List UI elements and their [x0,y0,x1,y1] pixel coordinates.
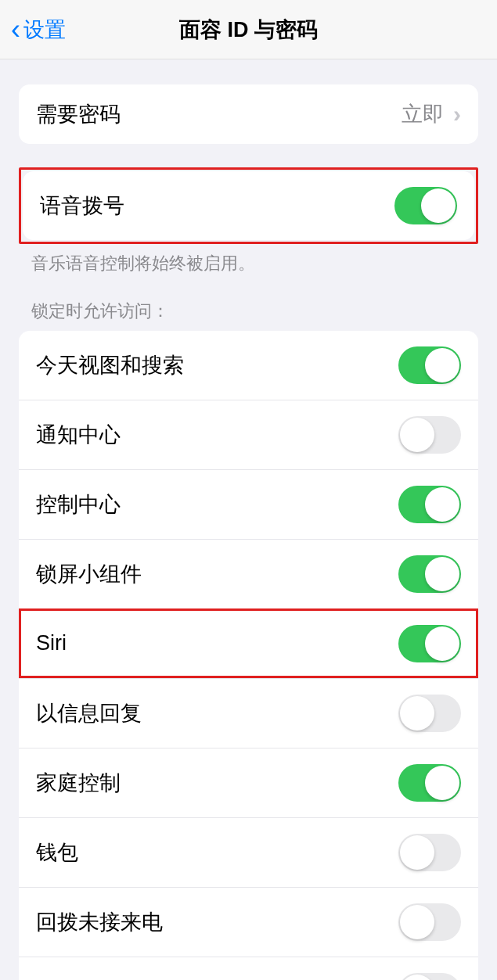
header-bar: ‹ 设置 面容 ID 与密码 [0,0,497,59]
lock-item-label: 通知中心 [36,421,121,449]
lock-item-return-missed-calls: 回拨未接来电 [19,887,478,957]
lock-section-header: 锁定时允许访问： [0,300,497,331]
require-passcode-row[interactable]: 需要密码 立即 › [19,84,478,144]
lock-item-label: 控制中心 [36,490,121,519]
lock-item-toggle-return-missed-calls[interactable] [398,903,461,941]
lock-item-toggle-lockscreen-widgets[interactable] [398,555,461,593]
lock-item-label: 回拨未接来电 [36,908,163,936]
toggle-knob [400,905,434,939]
toggle-knob [425,626,459,661]
lock-item-lockscreen-widgets: 锁屏小组件 [19,539,478,608]
lock-item-toggle-home-control[interactable] [398,764,461,802]
lock-item-label: 钱包 [36,838,78,867]
lock-item-home-control: 家庭控制 [19,748,478,817]
lock-item-toggle-usb-accessories[interactable] [398,973,461,980]
chevron-left-icon: ‹ [11,16,20,44]
lock-item-siri: Siri [19,608,478,678]
lock-item-toggle-siri[interactable] [398,625,461,662]
require-passcode-label: 需要密码 [36,100,121,128]
toggle-knob [400,418,434,452]
voice-dial-row: 语音拨号 [23,171,474,240]
toggle-knob [400,835,434,870]
require-passcode-value-wrap: 立即 › [402,100,461,128]
lock-item-notification-center: 通知中心 [19,400,478,469]
lock-item-control-center: 控制中心 [19,469,478,539]
lock-item-label: 以信息回复 [36,699,142,727]
lock-item-label: Siri [36,631,67,655]
toggle-knob [400,975,434,980]
lock-item-label: 锁屏小组件 [36,560,142,588]
page-title: 面容 ID 与密码 [179,16,318,44]
voice-dial-toggle[interactable] [394,187,457,224]
toggle-knob [425,348,459,382]
toggle-knob [425,487,459,522]
lock-item-label: 今天视图和搜索 [36,351,184,379]
toggle-knob [421,188,456,223]
lock-item-reply-with-message: 以信息回复 [19,678,478,748]
back-button[interactable]: ‹ 设置 [0,16,66,44]
lock-item-toggle-reply-with-message[interactable] [398,695,461,732]
toggle-knob [400,696,434,731]
lock-item-usb-accessories: USB配件 [19,957,478,980]
lock-item-toggle-control-center[interactable] [398,486,461,523]
lock-item-today: 今天视图和搜索 [19,331,478,400]
lock-item-toggle-wallet[interactable] [398,834,461,871]
lock-item-wallet: 钱包 [19,817,478,887]
lock-item-label: 家庭控制 [36,769,121,797]
voice-dial-label: 语音拨号 [40,192,124,220]
chevron-right-icon: › [453,101,461,127]
toggle-knob [425,557,459,591]
lock-items-list: 今天视图和搜索通知中心控制中心锁屏小组件Siri以信息回复家庭控制钱包回拨未接来… [19,331,478,980]
lock-item-toggle-today[interactable] [398,346,461,384]
back-label: 设置 [23,16,66,44]
voice-dial-footer: 音乐语音控制将始终被启用。 [0,244,497,276]
voice-dial-highlight: 语音拨号 [19,167,478,244]
lock-item-toggle-notification-center[interactable] [398,416,461,454]
require-passcode-value: 立即 [402,100,444,128]
toggle-knob [425,766,459,800]
